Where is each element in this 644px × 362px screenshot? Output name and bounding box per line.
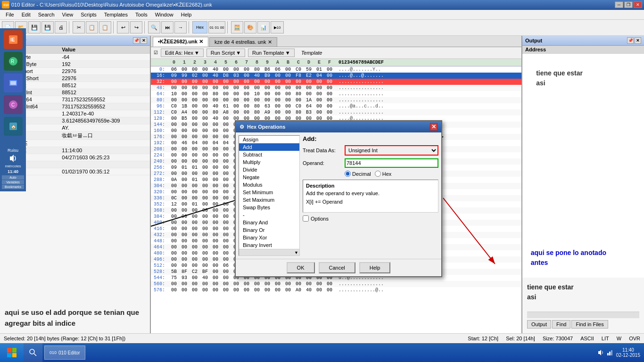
hex-byte[interactable]: B5: [179, 116, 190, 121]
taskbar-search[interactable]: [24, 343, 42, 362]
decimal-radio[interactable]: [345, 171, 351, 177]
hex-byte[interactable]: 00: [210, 165, 221, 170]
hex-byte[interactable]: 00: [210, 122, 221, 127]
options-checkbox[interactable]: [303, 215, 309, 222]
hex-byte[interactable]: 00: [272, 91, 283, 97]
hex-byte[interactable]: 00: [190, 134, 200, 140]
hex-byte[interactable]: 00: [210, 232, 221, 238]
hex-byte[interactable]: 00: [200, 128, 210, 133]
hex-byte[interactable]: 00: [272, 104, 283, 109]
hex-byte[interactable]: 00: [241, 67, 252, 72]
hex-byte[interactable]: 00: [169, 220, 179, 225]
hex-byte[interactable]: 06: [169, 67, 179, 72]
hex-byte[interactable]: 00: [221, 147, 231, 152]
hex-byte[interactable]: 00: [200, 134, 210, 140]
hex-byte[interactable]: 00: [210, 239, 221, 244]
hex-byte[interactable]: 00: [200, 208, 210, 213]
hex-byte[interactable]: 99: [179, 73, 190, 78]
hex-byte[interactable]: 00: [210, 147, 221, 152]
hex-byte[interactable]: 00: [324, 73, 335, 78]
hex-byte[interactable]: 75: [169, 275, 179, 280]
hex-byte[interactable]: 00: [200, 214, 210, 219]
hex-byte[interactable]: 00: [221, 134, 231, 140]
hex-view-button[interactable]: Hex: [192, 21, 207, 33]
hex-byte[interactable]: 09: [169, 73, 179, 78]
list-scrollbar[interactable]: ▼: [239, 249, 299, 255]
hex-byte[interactable]: 00: [169, 171, 179, 176]
hex-byte[interactable]: 00: [169, 128, 179, 133]
hex-byte[interactable]: 04: [190, 140, 200, 146]
hex-byte[interactable]: 00: [210, 257, 221, 262]
hex-byte[interactable]: 00: [283, 281, 293, 287]
hex-byte[interactable]: 59: [304, 67, 314, 72]
hex-byte[interactable]: 00: [221, 67, 231, 72]
run-script-button[interactable]: Run Script ▼: [206, 49, 245, 57]
hex-byte[interactable]: 00: [221, 98, 231, 103]
hex-byte[interactable]: 01: [190, 177, 200, 182]
hex-byte[interactable]: 00: [200, 232, 210, 238]
hex-byte[interactable]: 00: [169, 153, 179, 158]
hex-byte[interactable]: 02: [190, 73, 200, 78]
hex-byte[interactable]: 00: [179, 239, 190, 244]
hex-byte[interactable]: 00: [179, 220, 190, 225]
hex-byte[interactable]: 0A: [169, 177, 179, 182]
hex-byte[interactable]: 00: [179, 257, 190, 262]
hex-byte[interactable]: 00: [272, 98, 283, 103]
hex-byte[interactable]: 00: [179, 196, 190, 201]
output-close[interactable]: ✕: [635, 37, 641, 44]
hex-byte[interactable]: 00: [200, 91, 210, 97]
inspector-close[interactable]: ✕: [140, 37, 147, 44]
close-button[interactable]: ✕: [634, 1, 642, 8]
hex-byte[interactable]: 00: [179, 226, 190, 231]
hex-byte[interactable]: 00: [241, 104, 252, 109]
hex-byte[interactable]: 00: [283, 104, 293, 109]
hex-byte[interactable]: 80: [210, 91, 221, 97]
hex-byte[interactable]: 00: [200, 257, 210, 262]
hex-byte[interactable]: 00: [210, 79, 221, 84]
hex-byte[interactable]: 63: [262, 104, 272, 109]
tab-find-in-files[interactable]: Find in Files: [571, 320, 608, 329]
decimal-radio-label[interactable]: Decimal: [345, 171, 371, 177]
hex-byte[interactable]: 00: [179, 122, 190, 127]
hex-byte[interactable]: 00: [190, 79, 200, 84]
hex-byte[interactable]: 00: [179, 171, 190, 176]
hex-byte[interactable]: 40: [304, 288, 314, 293]
cut-button[interactable]: ✂: [73, 21, 85, 33]
hex-byte[interactable]: 00: [272, 110, 283, 115]
hex-byte[interactable]: 00: [324, 288, 335, 293]
hex-byte[interactable]: 00: [179, 189, 190, 195]
hex-byte[interactable]: 00: [221, 288, 231, 293]
hex-byte[interactable]: 00: [200, 79, 210, 84]
hex-byte[interactable]: 00: [200, 281, 210, 287]
hex-byte[interactable]: 00: [283, 98, 293, 103]
hex-byte[interactable]: 00: [210, 208, 221, 213]
hex-byte[interactable]: 00: [210, 281, 221, 287]
hex-byte[interactable]: 00: [169, 281, 179, 287]
hex-byte[interactable]: 00: [169, 208, 179, 213]
hex-byte[interactable]: 00: [200, 85, 210, 90]
hex-byte[interactable]: 00: [221, 196, 231, 201]
hex-byte[interactable]: 00: [179, 288, 190, 293]
undo-button[interactable]: ↩: [117, 21, 129, 33]
hex-byte[interactable]: 01: [190, 202, 200, 207]
hex-byte[interactable]: 00: [200, 73, 210, 78]
hex-byte[interactable]: 00: [200, 177, 210, 182]
hex-byte[interactable]: 00: [169, 214, 179, 219]
hex-byte[interactable]: 00: [314, 281, 324, 287]
hex-byte[interactable]: 00: [283, 79, 293, 84]
hex-byte[interactable]: 00: [231, 281, 241, 287]
tb-bookmarks[interactable]: Bookmarks: [2, 185, 24, 189]
hex-byte[interactable]: 00: [272, 73, 283, 78]
hex-byte[interactable]: 00: [252, 79, 262, 84]
dialog-close-button[interactable]: ✕: [430, 123, 438, 131]
hex-byte[interactable]: 00: [179, 98, 190, 103]
hex-byte[interactable]: 00: [190, 245, 200, 250]
hex-byte[interactable]: 00: [231, 98, 241, 103]
hex-byte[interactable]: 00: [283, 67, 293, 72]
sidebar-icon-4[interactable]: C: [4, 95, 23, 114]
hex-byte[interactable]: 00: [324, 98, 335, 103]
hex-byte[interactable]: 00: [241, 73, 252, 78]
hex-row[interactable]: 16:0999020040D8030040B90000F8E20400....@…: [151, 73, 521, 79]
hex-byte[interactable]: 00: [169, 245, 179, 250]
hex-byte[interactable]: 61: [221, 104, 231, 109]
